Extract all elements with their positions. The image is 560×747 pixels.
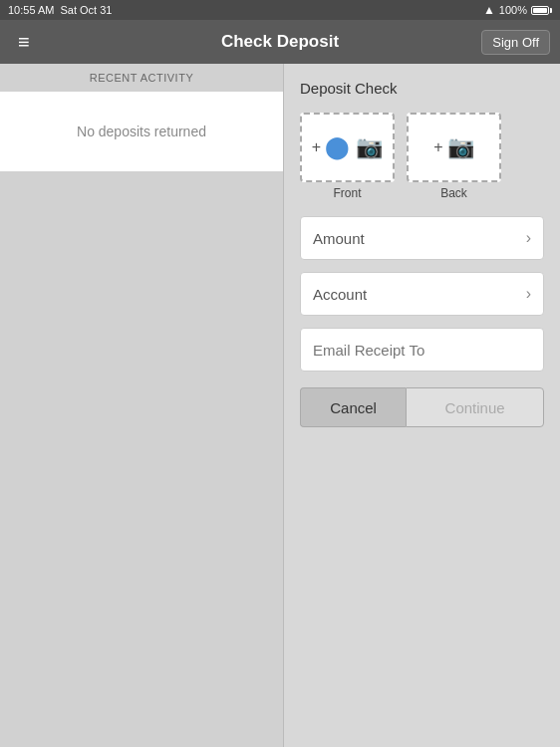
back-photo-label: Back (440, 186, 467, 200)
front-photo-container: + ⬤ 📷 Front (300, 113, 395, 200)
status-right: ▲ 100% (483, 3, 552, 17)
amount-chevron-icon: › (526, 229, 531, 247)
camera-icon-back: 📷 (447, 134, 474, 160)
amount-field[interactable]: Amount › (300, 216, 544, 260)
plus-icon-back: + (433, 138, 442, 156)
front-photo-button[interactable]: + ⬤ 📷 (300, 113, 395, 182)
email-input[interactable] (313, 342, 531, 359)
camera-icon-front: ⬤ 📷 (325, 134, 383, 160)
date-display: Sat Oct 31 (60, 4, 112, 16)
back-photo-container: + 📷 Back (407, 113, 501, 200)
status-bar: 10:55 AM Sat Oct 31 ▲ 100% (0, 0, 560, 20)
status-left: 10:55 AM Sat Oct 31 (8, 4, 112, 16)
left-panel: RECENT ACTIVITY No deposits returned (0, 64, 284, 747)
battery-label: 100% (499, 4, 527, 16)
right-panel: Deposit Check + ⬤ 📷 Front + 📷 Back (284, 64, 560, 747)
account-chevron-icon: › (526, 285, 531, 303)
recent-activity-header: RECENT ACTIVITY (0, 64, 283, 92)
account-label: Account (313, 286, 367, 303)
email-receipt-field[interactable] (300, 328, 544, 372)
plus-icon-front: + (312, 138, 321, 156)
time-display: 10:55 AM (8, 4, 54, 16)
action-row: Cancel Continue (300, 387, 544, 427)
cancel-button[interactable]: Cancel (300, 387, 406, 427)
menu-button[interactable]: ≡ (10, 28, 38, 56)
page-title: Check Deposit (221, 32, 339, 52)
photo-upload-row: + ⬤ 📷 Front + 📷 Back (300, 113, 544, 200)
account-field[interactable]: Account › (300, 272, 544, 316)
deposit-check-title: Deposit Check (300, 80, 544, 97)
amount-label: Amount (313, 230, 365, 247)
front-photo-label: Front (333, 186, 361, 200)
hamburger-icon: ≡ (18, 31, 30, 53)
continue-button[interactable]: Continue (406, 387, 544, 427)
recent-activity-content: No deposits returned (0, 92, 283, 171)
no-deposits-message: No deposits returned (77, 124, 206, 139)
main-layout: RECENT ACTIVITY No deposits returned Dep… (0, 64, 560, 747)
back-photo-button[interactable]: + 📷 (407, 113, 501, 182)
sign-off-button[interactable]: Sign Off (481, 30, 550, 55)
nav-bar: ≡ Check Deposit Sign Off (0, 20, 560, 64)
battery-icon (531, 6, 552, 15)
wifi-icon: ▲ (483, 3, 495, 17)
